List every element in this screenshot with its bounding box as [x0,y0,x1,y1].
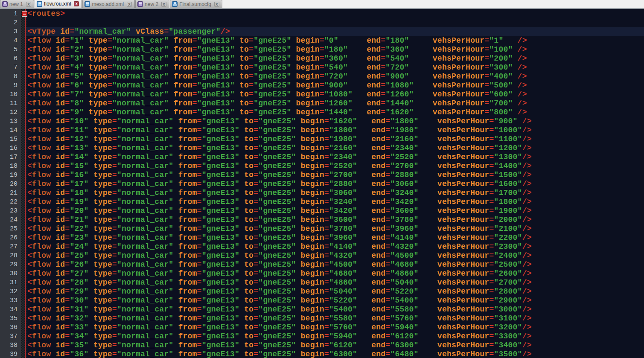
tab-new-1[interactable]: new 1x [0,0,34,8]
line-number: 36 [0,323,21,332]
line-number: 39 [0,350,21,358]
code-line: <flow id="1" type="normal_car" from="gne… [26,36,644,45]
code-line: <flow id="28" type="normal_car" from="gn… [26,278,644,287]
code-line: <flow id="18" type="normal_car" from="gn… [26,189,644,198]
code-line [26,18,644,27]
code-line: <flow id="35" type="normal_car" from="gn… [26,341,644,350]
line-number: 5 [0,45,21,54]
code-line: <flow id="25" type="normal_car" from="gn… [26,251,644,260]
code-line: <flow id="2" type="normal_car" from="gne… [26,45,644,54]
line-number: 30 [0,269,21,278]
line-number: 4 [0,36,21,45]
line-number: 20 [0,180,21,189]
tab-label: flow.rou.xml [44,1,71,7]
code-line: <flow id="14" type="normal_car" from="gn… [26,153,644,162]
code-line: <vType id="normal_car" vClass="passenger… [26,27,644,36]
line-number: 14 [0,126,21,135]
floppy-save-icon [85,1,90,7]
fold-collapse-marker-icon[interactable] [22,11,27,17]
code-line: <flow id="36" type="normal_car" from="gn… [26,350,644,358]
tab-label: new 1 [9,1,23,7]
tab-flow-rou-xml[interactable]: flow.rou.xmlx [35,0,82,8]
code-line: <flow id="30" type="normal_car" from="gn… [26,296,644,305]
editor-area[interactable]: 1234567891011121314151617181920212223242… [0,9,644,358]
line-number: 27 [0,242,21,251]
line-number: 23 [0,207,21,215]
code-line: <flow id="7" type="normal_car" from="gne… [26,90,644,99]
tab-close-icon[interactable]: x [214,2,219,7]
line-number: 35 [0,314,21,323]
line-number: 7 [0,63,21,72]
code-line: <flow id="3" type="normal_car" from="gne… [26,54,644,63]
code-line: <flow id="6" type="normal_car" from="gne… [26,81,644,90]
tab-close-icon[interactable]: x [161,2,166,7]
floppy-save-icon [137,1,143,7]
tab-final-sumocfg[interactable]: Final.sumocfgx [170,0,222,8]
fold-guide-line [25,9,26,358]
code-line: <flow id="27" type="normal_car" from="gn… [26,269,644,278]
code-line: <flow id="21" type="normal_car" from="gn… [26,215,644,224]
line-number: 34 [0,305,21,314]
tab-close-icon[interactable]: x [26,2,31,7]
line-number: 26 [0,233,21,242]
code-line: <flow id="5" type="normal_car" from="gne… [26,72,644,81]
line-number: 9 [0,81,21,90]
line-number: 11 [0,99,21,108]
code-line: <flow id="26" type="normal_car" from="gn… [26,260,644,269]
line-number: 8 [0,72,21,81]
code-line: <flow id="19" type="normal_car" from="gn… [26,198,644,207]
line-number: 6 [0,54,21,63]
tab-close-icon[interactable]: x [74,1,79,6]
code-line: <flow id="17" type="normal_car" from="gn… [26,180,644,189]
line-number: 16 [0,144,21,153]
line-number: 19 [0,171,21,180]
code-line: <routes> [26,9,644,18]
floppy-save-icon [2,1,8,7]
tab-close-icon[interactable]: x [127,2,132,7]
code-text-area[interactable]: <routes> <vType id="normal_car" vClass="… [26,9,644,358]
line-number: 12 [0,108,21,117]
floppy-save-icon [172,1,178,7]
line-number: 18 [0,162,21,171]
code-line: <flow id="23" type="normal_car" from="gn… [26,233,644,242]
line-number: 15 [0,135,21,144]
code-line: <flow id="20" type="normal_car" from="gn… [26,207,644,215]
code-line: <flow id="31" type="normal_car" from="gn… [26,305,644,314]
line-number: 33 [0,296,21,305]
line-number: 29 [0,260,21,269]
line-number: 28 [0,251,21,260]
code-line: <flow id="32" type="normal_car" from="gn… [26,314,644,323]
line-number: 10 [0,90,21,99]
code-line: <flow id="10" type="normal_car" from="gn… [26,117,644,126]
code-line: <flow id="11" type="normal_car" from="gn… [26,126,644,135]
tab-new-2[interactable]: new 2x [135,0,169,8]
code-line: <flow id="33" type="normal_car" from="gn… [26,323,644,332]
tab-meso-add-xml[interactable]: meso.add.xmlx [82,0,135,8]
line-number: 32 [0,287,21,296]
line-number: 25 [0,224,21,233]
code-line: <flow id="13" type="normal_car" from="gn… [26,144,644,153]
code-line: <flow id="12" type="normal_car" from="gn… [26,135,644,144]
floppy-save-icon [37,1,42,7]
code-line: <flow id="22" type="normal_car" from="gn… [26,224,644,233]
tab-label: Final.sumocfg [179,1,211,7]
tab-label: meso.add.xml [92,1,124,7]
line-number: 22 [0,198,21,207]
code-line: <flow id="15" type="normal_car" from="gn… [26,162,644,171]
line-number: 21 [0,189,21,198]
code-line: <flow id="9" type="normal_car" from="gne… [26,108,644,117]
code-line: <flow id="4" type="normal_car" from="gne… [26,63,644,72]
tab-bar: new 1xflow.rou.xmlxmeso.add.xmlxnew 2xFi… [0,0,644,9]
line-number: 1 [0,9,21,18]
code-line: <flow id="24" type="normal_car" from="gn… [26,242,644,251]
line-number: 3 [0,27,21,36]
code-line: <flow id="8" type="normal_car" from="gne… [26,99,644,108]
line-number: 31 [0,278,21,287]
line-number: 13 [0,117,21,126]
line-number: 38 [0,341,21,350]
code-line: <flow id="16" type="normal_car" from="gn… [26,171,644,180]
code-line: <flow id="34" type="normal_car" from="gn… [26,332,644,341]
fold-margin[interactable] [21,9,26,358]
tab-label: new 2 [145,1,158,7]
line-number: 17 [0,153,21,162]
